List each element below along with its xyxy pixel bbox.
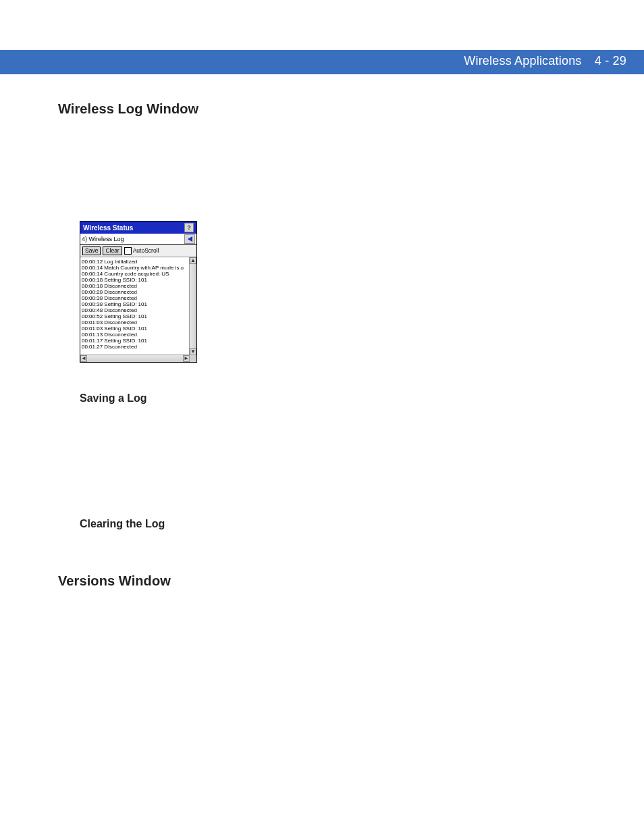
scroll-corner [189, 355, 196, 362]
figure-wireless-log: Wireless Status ? 4) Wireless Log Save C… [80, 221, 603, 363]
log-row: 00:00:18 Setting SSID: 101 [82, 277, 188, 283]
clear-button[interactable]: Clear [103, 246, 122, 255]
log-text: 00:00:12 Log Initialized00:00:14 Match C… [80, 257, 190, 355]
spacer [58, 542, 603, 573]
page-number: 4 - 29 [595, 54, 626, 68]
window-title: Wireless Status [83, 224, 133, 232]
content-area: Wireless Log Window Wireless Status ? 4)… [58, 101, 603, 605]
log-panel: 00:00:12 Log Initialized00:00:14 Match C… [80, 257, 196, 362]
scroll-track [190, 264, 196, 348]
log-row: 00:00:14 Country code acquired: US [82, 271, 188, 277]
back-button[interactable] [184, 234, 195, 244]
body-blank [58, 133, 603, 221]
tab-label: 4) Wireless Log [82, 236, 124, 242]
chapter-title: Wireless Applications [464, 54, 581, 68]
vertical-scrollbar[interactable]: ▲ ▼ [189, 257, 196, 355]
section-heading-wireless-log-window: Wireless Log Window [58, 101, 603, 117]
header-band: Wireless Applications 4 - 29 [0, 50, 644, 74]
log-row: 00:00:48 Disconnected [82, 307, 188, 313]
log-row: 00:00:14 Match Country with AP mode is o [82, 265, 188, 271]
autoscroll-label: AutoScroll [133, 247, 159, 254]
header-right: Wireless Applications 4 - 29 [464, 54, 626, 68]
log-row: 00:01:27 Disconnected [82, 344, 188, 350]
log-row: 00:00:38 Setting SSID: 101 [82, 301, 188, 307]
window-subbar: 4) Wireless Log [80, 234, 196, 245]
save-button[interactable]: Save [82, 246, 101, 255]
log-row: 00:00:28 Disconnected [82, 289, 188, 295]
log-row: 00:01:17 Setting SSID: 101 [82, 338, 188, 344]
spacer [58, 363, 603, 392]
toolbar: Save Clear AutoScroll [80, 245, 196, 257]
scroll-track [87, 355, 183, 362]
section-heading-versions-window: Versions Window [58, 573, 603, 589]
log-row: 00:00:18 Disconnected [82, 283, 188, 289]
subsection-heading-saving-log: Saving a Log [80, 392, 603, 405]
device-screenshot: Wireless Status ? 4) Wireless Log Save C… [80, 221, 197, 363]
window-titlebar: Wireless Status ? [80, 221, 196, 234]
log-row: 00:01:03 Setting SSID: 101 [82, 325, 188, 332]
scroll-up-icon[interactable]: ▲ [190, 257, 196, 264]
checkbox-icon [124, 247, 132, 255]
log-row: 00:01:13 Disconnected [82, 332, 188, 338]
log-row: 00:00:52 Setting SSID: 101 [82, 313, 188, 319]
horizontal-scrollbar[interactable]: ◄ ► [80, 355, 190, 362]
help-icon[interactable]: ? [184, 223, 194, 232]
subsection-heading-clearing-log: Clearing the Log [80, 518, 603, 530]
log-row: 00:01:03 Disconnected [82, 319, 188, 325]
log-row: 00:00:38 Disconnected [82, 295, 188, 301]
scroll-left-icon[interactable]: ◄ [80, 355, 87, 362]
arrow-left-icon [188, 236, 192, 242]
body-blank [58, 417, 603, 518]
page: Wireless Applications 4 - 29 Wireless Lo… [0, 0, 644, 834]
log-row: 00:00:12 Log Initialized [82, 259, 188, 265]
autoscroll-checkbox[interactable]: AutoScroll [124, 247, 159, 255]
